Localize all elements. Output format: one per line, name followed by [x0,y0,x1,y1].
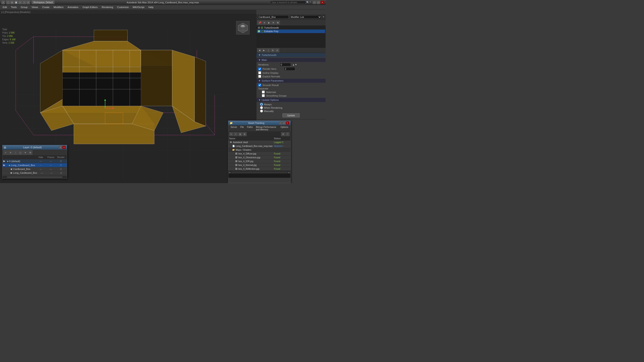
explicit-normals-checkbox[interactable] [258,75,261,78]
modifier-item-turbosmooth[interactable]: TurboSmooth [257,26,325,30]
when-rendering-radio[interactable] [260,106,263,109]
menu-help[interactable]: Help [147,5,156,9]
scroll-right-arrow[interactable]: ▶ [288,171,290,174]
asset-row-diffuse[interactable]: 🖼 box_4_Diffuse.jpg Found [228,152,290,156]
asset-row-ior[interactable]: 🖼 box_4_IOR.jpg Found [228,160,290,163]
layer-add-selection-button[interactable]: ↓ [13,150,18,155]
modifier-item-editablepoly[interactable]: Editable Poly [257,30,325,33]
asset-close-button[interactable]: ✕ [286,122,289,124]
nav-expand-button[interactable]: ⊞ [271,48,275,52]
layer-highlight-button[interactable]: ✦ [23,150,28,155]
pin-stack-button[interactable]: 📌 [258,20,262,24]
layer-render-header: Render [56,156,66,158]
asset-horizontal-scrollbar[interactable]: ◀ ▶ [228,171,290,174]
object-name-input[interactable] [258,15,289,19]
layer-row-default[interactable]: ▶ ◈ 0 (default) — — ☑ [2,159,67,163]
update-button[interactable]: Update [282,113,300,118]
menu-views[interactable]: Views [30,5,40,9]
remove-modifier-button[interactable]: ✕ [271,20,275,24]
menu-create[interactable]: Create [40,5,51,9]
asset-row-normal[interactable]: 🖼 box_4_Normal.jpg Found [228,163,290,167]
asset-row-maps-section[interactable]: 📂 Maps / Shaders [228,148,290,152]
new-icon[interactable]: □ [6,1,10,4]
redo-icon[interactable]: ↪ [22,1,26,4]
menu-customize[interactable]: Customize [116,5,130,9]
asset-menu-options[interactable]: Options [279,126,290,131]
asset-row-glossiness[interactable]: 🖼 box_4_Glossiness.jpg Found [228,156,290,160]
update-options-title[interactable]: ▼ Update Options [256,98,326,102]
nav-pin-button[interactable]: | [266,48,270,52]
materials-checkbox[interactable] [262,90,265,94]
asset-expand-button[interactable]: ⊞ [242,132,247,136]
asset-help-button[interactable]: ? [286,132,290,136]
menu-rendering[interactable]: Rendering [100,5,115,9]
undo-icon[interactable]: ↩ [18,1,22,4]
layer-row-cardboard-box[interactable]: ▣ Cardboard_Box — — ☑ [2,167,67,171]
asset-refresh-button[interactable]: ↻ [229,132,233,136]
viewport-label: [+] [Perspective] [Realistic] [1,11,30,14]
layer-close-button[interactable]: ✕ [62,146,66,149]
close-button[interactable]: ✕ [321,1,324,4]
help-search-input[interactable] [270,1,306,4]
navigation-cube[interactable] [236,21,250,34]
nav-collapse-button[interactable]: ⊟ [275,48,279,52]
menu-modifiers[interactable]: Modifiers [52,5,65,9]
svg-marker-47 [62,41,141,50]
nav-right-button[interactable]: ▶ [262,48,266,52]
layer-select-objects-button[interactable]: ◻ [18,150,22,155]
search-icon[interactable]: 🔍 [306,1,309,4]
open-icon[interactable]: ▤ [10,1,14,4]
layer-properties-button[interactable]: ⚙ [28,150,32,155]
asset-menu-bitmap[interactable]: Bitmap Performance and Memory [254,126,278,131]
menu-edit[interactable]: Edit [1,5,9,9]
render-iters-input[interactable] [284,67,295,71]
isoline-checkbox[interactable] [258,71,261,74]
asset-settings-button[interactable]: ⚙ [281,132,285,136]
iterations-input[interactable] [280,63,291,66]
asset-menu-file[interactable]: File [239,126,245,131]
logo-text: 3 [2,1,4,4]
asset-maximize-button[interactable]: □ [282,122,286,124]
maximize-button[interactable]: □ [317,1,320,4]
turbosmooth-title[interactable]: ▼ TurboSmooth [256,53,326,57]
minimize-button[interactable]: ─ [312,1,316,4]
menu-group[interactable]: Group [19,5,30,9]
asset-list-view-button[interactable]: ≡ [234,132,238,136]
nav-left-button[interactable]: ◀ [258,48,262,52]
layer-delete-button[interactable]: ✕ [8,150,13,155]
smoothing-groups-checkbox[interactable] [262,94,265,97]
asset-row-max-file[interactable]: 📄 Long_Cardboard_Box.max_vray.max Networ… [228,144,290,148]
layer-row-long-cardboard-box[interactable]: ▶ ◈ Long_Cardboard_Box — — ☑ [2,163,67,167]
config-icon[interactable]: ▼ [26,1,30,4]
save-icon[interactable]: 💾 [14,1,18,4]
layer-scrollbar[interactable] [2,176,67,178]
main-section-title[interactable]: ▼ Main [256,58,326,62]
asset-path-input[interactable] [228,174,290,178]
make-unique-button[interactable]: ◈ [267,20,271,24]
configure-button[interactable]: ⚙ [276,20,280,24]
layer-new-button[interactable]: + [3,150,8,155]
asset-row-reflection[interactable]: 🖼 box_4_Reflection.jpg Found [228,167,290,171]
menu-animation[interactable]: Animation [66,5,80,9]
always-radio[interactable] [260,103,263,106]
smooth-result-checkbox[interactable] [258,84,261,86]
layer-help-button[interactable]: ? [59,146,62,149]
show-end-result-button[interactable]: ≡ [263,20,266,24]
menu-tools[interactable]: Tools [9,5,18,9]
asset-menu-server[interactable]: Server [229,126,238,131]
layer-icon-3: ▣ [7,172,12,174]
surface-params-title[interactable]: ▼ Surface Parameters [256,79,326,83]
asset-row-vault[interactable]: 🏛 Autodesk Vault Logged C [228,140,290,144]
menu-maxscript[interactable]: MAXScript [131,5,146,9]
asset-minimize-button[interactable]: ─ [279,122,282,124]
layer-row-long-cardboard-box-2[interactable]: ▣ Long_Cardboard_Box — — ☑ [2,171,67,175]
scroll-left-arrow[interactable]: ◀ [228,171,231,174]
menu-graph-editors[interactable]: Graph Editors [81,5,100,9]
workspace-selector[interactable]: Workspace: Default [32,1,54,4]
help-icon[interactable]: ? [310,1,311,4]
asset-menu-paths[interactable]: Paths [246,126,254,131]
asset-detail-view-button[interactable]: ▤ [238,132,242,136]
manually-radio[interactable] [260,110,263,112]
render-iters-checkbox[interactable] [258,68,261,70]
modifier-list-dropdown[interactable]: Modifier List [290,15,322,19]
